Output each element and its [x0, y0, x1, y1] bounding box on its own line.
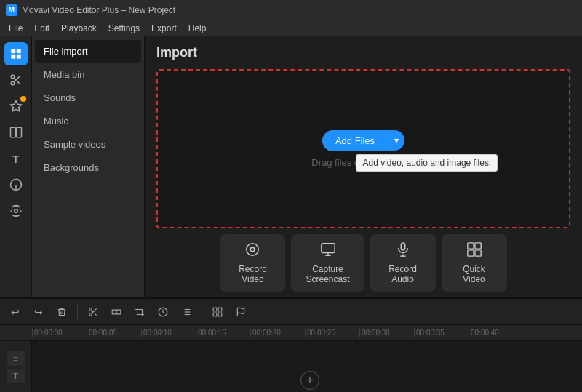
timeline-track-1	[32, 341, 582, 367]
timeline-content: ≡ T +	[0, 341, 582, 392]
svg-line-34	[92, 310, 93, 311]
title-bar: M Movavi Video Editor Plus – New Project	[0, 0, 582, 20]
add-files-container: Add Files ▾ Add video, audio and image f…	[322, 130, 404, 151]
list-button[interactable]	[177, 303, 196, 321]
ruler-mark-3: 00:00:15	[196, 329, 250, 337]
transitions-toolbar-btn[interactable]	[4, 121, 28, 144]
timeline-toolbar: ↩ ↪	[0, 299, 582, 325]
capture-screencast-icon	[320, 241, 336, 261]
record-video-button[interactable]: RecordVideo	[220, 234, 285, 292]
menu-settings[interactable]: Settings	[103, 22, 146, 35]
svg-point-30	[89, 308, 92, 311]
ruler-mark-4: 00:00:20	[250, 329, 305, 337]
svg-rect-29	[474, 250, 480, 256]
ruler-mark-6: 00:00:30	[359, 329, 414, 337]
svg-line-7	[17, 81, 20, 84]
grid-button[interactable]	[208, 303, 227, 321]
svg-rect-27	[474, 243, 480, 249]
crop-button[interactable]	[130, 303, 149, 321]
capture-screencast-label: CaptureScreencast	[306, 264, 349, 284]
svg-point-31	[89, 313, 92, 316]
time-button[interactable]	[154, 303, 172, 321]
svg-rect-1	[16, 49, 20, 53]
delete-button[interactable]	[52, 303, 71, 321]
record-video-label: RecordVideo	[239, 264, 267, 284]
ruler-mark-7: 00:00:35	[414, 329, 469, 337]
svg-point-5	[11, 81, 15, 85]
menu-export[interactable]: Export	[146, 22, 183, 35]
svg-rect-47	[218, 313, 222, 316]
text-toolbar-btn[interactable]: T	[4, 147, 28, 170]
import-zone[interactable]: Add Files ▾ Add video, audio and image f…	[156, 69, 570, 228]
svg-line-8	[14, 78, 16, 80]
menu-help[interactable]: Help	[183, 22, 212, 35]
action-buttons: RecordVideo CaptureScreencast RecordAudi…	[145, 228, 582, 297]
sidebar: File import Media bin Sounds Music Sampl…	[32, 36, 145, 297]
import-toolbar-btn[interactable]	[4, 42, 28, 65]
sidebar-item-sample-videos[interactable]: Sample videos	[35, 133, 141, 156]
sidebar-item-sounds[interactable]: Sounds	[35, 87, 141, 109]
redo-button[interactable]: ↪	[29, 303, 48, 321]
record-video-icon	[244, 241, 260, 261]
menu-file[interactable]: File	[3, 22, 28, 35]
svg-rect-28	[467, 250, 473, 256]
cut-button[interactable]	[84, 303, 103, 321]
page-title: Import	[156, 45, 570, 60]
timeline: ↩ ↪ 00:00:00 00:00:05	[0, 297, 582, 392]
left-toolbar: T	[0, 36, 32, 297]
menu-edit[interactable]: Edit	[28, 22, 55, 35]
svg-rect-3	[16, 55, 20, 59]
svg-rect-0	[11, 49, 15, 53]
trim-button[interactable]	[107, 303, 126, 321]
svg-line-33	[94, 313, 96, 315]
timeline-zoom-btn[interactable]: T	[7, 369, 25, 383]
menu-playback[interactable]: Playback	[55, 22, 103, 35]
svg-marker-9	[10, 101, 21, 111]
svg-rect-45	[218, 308, 222, 311]
timeline-settings-btn[interactable]: ≡	[7, 351, 25, 366]
svg-rect-46	[213, 313, 217, 316]
ruler-mark-1: 00:00:05	[87, 329, 141, 337]
svg-rect-20	[321, 244, 334, 253]
ruler-marks: 00:00:00 00:00:05 00:00:10 00:00:15 00:0…	[32, 329, 523, 337]
sidebar-item-backgrounds[interactable]: Backgrounds	[35, 156, 141, 179]
effects-toolbar-btn[interactable]	[4, 95, 28, 118]
record-audio-label: RecordAudio	[388, 264, 417, 284]
timeline-track-area: +	[32, 341, 582, 392]
sidebar-item-music[interactable]: Music	[35, 110, 141, 132]
app-title: Movavi Video Editor Plus – New Project	[22, 5, 175, 15]
content-area: Import Add Files ▾ Add video, audio and …	[145, 36, 582, 297]
ruler-mark-8: 00:00:40	[469, 329, 523, 337]
menu-bar: File Edit Playback Settings Export Help	[0, 20, 582, 36]
add-files-button[interactable]: Add Files	[322, 130, 388, 151]
filter-toolbar-btn[interactable]	[4, 173, 28, 196]
add-files-dropdown-button[interactable]: ▾	[388, 130, 404, 151]
quick-video-button[interactable]: QuickVideo	[442, 234, 507, 292]
ruler-mark-5: 00:00:25	[305, 329, 359, 337]
add-track-button[interactable]: +	[300, 371, 319, 390]
svg-point-19	[247, 244, 259, 256]
undo-button[interactable]: ↩	[6, 303, 25, 321]
capture-screencast-button[interactable]: CaptureScreencast	[291, 234, 364, 292]
ruler-mark-2: 00:00:10	[141, 329, 196, 337]
settings-toolbar-btn[interactable]	[4, 199, 28, 223]
sidebar-item-file-import[interactable]: File import	[35, 40, 141, 63]
svg-point-13	[14, 209, 17, 213]
svg-rect-2	[11, 55, 15, 59]
record-audio-button[interactable]: RecordAudio	[370, 234, 436, 292]
quick-video-label: QuickVideo	[463, 264, 485, 284]
timeline-left-panel: ≡ T	[0, 341, 32, 392]
svg-point-4	[11, 75, 15, 79]
add-files-tooltip: Add video, audio and image files.	[356, 154, 498, 172]
record-audio-icon	[395, 241, 411, 261]
flag-button[interactable]	[231, 303, 250, 321]
content-inner: Import Add Files ▾ Add video, audio and …	[145, 36, 582, 228]
svg-rect-10	[10, 127, 15, 137]
scissors-toolbar-btn[interactable]	[4, 68, 28, 92]
timeline-ruler: 00:00:00 00:00:05 00:00:10 00:00:15 00:0…	[0, 325, 582, 341]
effects-badge	[20, 96, 26, 102]
svg-rect-11	[16, 127, 21, 137]
sidebar-item-media-bin[interactable]: Media bin	[35, 63, 141, 86]
main-area: T File import Media bin Sounds Music Sam…	[0, 36, 582, 297]
separator-2	[202, 305, 202, 319]
